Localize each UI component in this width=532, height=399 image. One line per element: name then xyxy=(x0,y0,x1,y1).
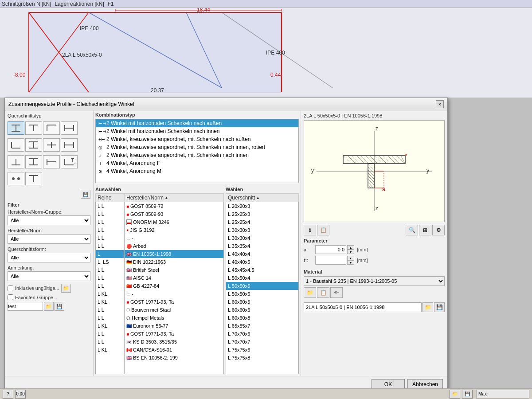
result-save-btn[interactable]: 💾 xyxy=(434,302,445,312)
zoom-btn[interactable]: 🔍 xyxy=(406,225,418,235)
fav-btn-1[interactable]: 📁 xyxy=(44,302,54,311)
reihe-item-2[interactable]: L L xyxy=(96,218,124,226)
param-t-up[interactable]: ▲ xyxy=(347,256,354,260)
hersteller-item-10[interactable]: 🇨🇳 GB 4227-84 xyxy=(125,282,223,290)
reihe-item-13[interactable]: L L xyxy=(96,306,124,314)
reihe-item-16[interactable]: L L xyxy=(96,330,124,338)
hersteller-item-0[interactable]: ■ GOST 8509-72 xyxy=(125,202,223,210)
qs-icon-10[interactable] xyxy=(25,155,42,168)
qs-icon-13[interactable] xyxy=(8,172,24,185)
querschnitt-list[interactable]: L 20x20x3 L 25x25x3 L 25x25x4 L 30x30x3 … xyxy=(226,202,299,374)
qs-item-19[interactable]: L 75x75x8 xyxy=(226,354,298,362)
qs-item-13[interactable]: L 60x60x6 xyxy=(226,306,298,314)
hersteller-item-8[interactable]: 🇬🇧 British Steel xyxy=(125,266,223,274)
qs-item-9[interactable]: L 50x50x4 xyxy=(226,274,298,282)
qs-icon-3[interactable] xyxy=(43,121,60,135)
hersteller-item-17[interactable]: 🇰🇷 KS D 3503, 3515/35 xyxy=(125,338,223,346)
reihe-item-8[interactable]: L L xyxy=(96,266,124,274)
qs-item-16[interactable]: L 70x70x6 xyxy=(226,330,298,338)
material-edit-btn[interactable]: ✏ xyxy=(330,287,343,298)
hersteller-item-15[interactable]: 🇪🇺 Euronorm 56-77 xyxy=(125,322,223,330)
qs-item-18[interactable]: L 75x75x6 xyxy=(226,346,298,354)
combo-item-3[interactable]: ◎ 2 Winkel, kreuzweise angeordnet, mit S… xyxy=(96,143,298,151)
hersteller-item-16[interactable]: ■ GOST 19771-93, Ta xyxy=(125,330,223,338)
reihe-item-5[interactable]: L L xyxy=(96,242,124,250)
material-add-btn[interactable]: 📁 xyxy=(304,287,316,298)
qs-icon-9[interactable] xyxy=(8,155,24,168)
table-btn[interactable]: 📋 xyxy=(317,225,329,235)
qs-icon-12[interactable]: T∑ xyxy=(61,155,78,168)
fit-btn[interactable]: ⊞ xyxy=(419,225,431,235)
hersteller-item-18[interactable]: 🇨🇦 CAN/CSA-S16-01 xyxy=(125,346,223,354)
reihe-item-11[interactable]: L KL xyxy=(96,290,124,298)
reihe-item-12[interactable]: L KL xyxy=(96,298,124,306)
cancel-button[interactable]: Abbrechen xyxy=(407,379,443,390)
qs-icon-8[interactable] xyxy=(61,138,78,152)
status-btn-1[interactable]: ? xyxy=(3,390,13,399)
reihe-list[interactable]: L L L L L L L L L L L L L L. LS L L xyxy=(95,202,124,374)
reihe-item-1[interactable]: L L xyxy=(96,210,124,218)
settings-btn[interactable]: ⚙ xyxy=(432,225,445,235)
info-btn[interactable]: ℹ xyxy=(304,225,316,235)
qs-item-11[interactable]: L 50x50x6 xyxy=(226,290,298,298)
qs-item-15[interactable]: L 65x55x7 xyxy=(226,322,298,330)
param-t-down[interactable]: ▼ xyxy=(347,260,354,265)
material-copy-btn[interactable]: 📋 xyxy=(317,287,329,298)
param-a-up[interactable]: ▲ xyxy=(347,245,354,250)
reihe-item-9[interactable]: L L xyxy=(96,274,124,282)
combo-item-4[interactable]: ○ 2 Winkel, kreuzweise angeordnet, mit S… xyxy=(96,151,298,159)
qs-item-2[interactable]: L 25x25x4 xyxy=(226,218,298,226)
qs-icon-14[interactable] xyxy=(25,172,42,185)
qs-icon-2[interactable] xyxy=(25,121,42,135)
qs-item-17[interactable]: L 70x70x7 xyxy=(226,338,298,346)
reihe-item-14[interactable]: L L xyxy=(96,314,124,322)
param-t-input[interactable] xyxy=(315,256,346,265)
qs-item-8[interactable]: L 45x45x4.5 xyxy=(226,266,298,274)
filter-querschnittsform-select[interactable]: Alle xyxy=(8,253,90,262)
reihe-item-18[interactable]: L KL xyxy=(96,346,124,354)
qs-icon-4[interactable] xyxy=(61,121,78,135)
reihe-item-10[interactable]: L L xyxy=(96,282,124,290)
combo-item-2[interactable]: +⊢ 2 Winkel, kreuzweise angeordnet, mit … xyxy=(96,135,298,143)
combo-item-1[interactable]: ⊢⊣ 2 Winkel mit horizontalen Schenkeln n… xyxy=(96,127,298,135)
checkbox-inklusive[interactable] xyxy=(8,286,13,291)
qs-item-6[interactable]: L 40x40x4 xyxy=(226,250,298,258)
qs-item-4[interactable]: L 30x30x4 xyxy=(226,234,298,242)
qs-item-12[interactable]: L 60x60x5 xyxy=(226,298,298,306)
hersteller-item-12[interactable]: ■ GOST 19771-93, Ta xyxy=(125,298,223,306)
hersteller-item-1[interactable]: ■ GOST 8509-93 xyxy=(125,210,223,218)
qs-item-0[interactable]: L 20x20x3 xyxy=(226,202,298,210)
status-btn-2[interactable]: 0.00 xyxy=(15,390,26,399)
param-a-down[interactable]: ▼ xyxy=(347,250,354,254)
material-select[interactable]: 1 - Baustahl S 235 | EN 1993-1-1:2005-05 xyxy=(304,276,445,286)
qs-item-1[interactable]: L 25x25x3 xyxy=(226,210,298,218)
hersteller-item-14[interactable]: ⬡ Hempel Metals xyxy=(125,314,223,322)
hersteller-item-19[interactable]: 🇬🇧 BS EN 10056-2: 199 xyxy=(125,354,223,362)
reihe-item-3[interactable]: L L xyxy=(96,226,124,234)
hersteller-item-13[interactable]: ⊡ Bouwen met Staal xyxy=(125,306,223,314)
hersteller-list[interactable]: ■ GOST 8509-72 ■ GOST 8509-93 ▬ ÖNORM M … xyxy=(124,202,224,374)
qs-icon-1[interactable] xyxy=(8,121,24,135)
reihe-item-4[interactable]: L L xyxy=(96,234,124,242)
status-btn-3[interactable]: 📁 xyxy=(450,390,460,399)
reihe-item-6[interactable]: L xyxy=(96,250,124,258)
reihe-item-0[interactable]: L L xyxy=(96,202,124,210)
qs-icon-11[interactable] xyxy=(43,155,60,168)
close-button[interactable]: × xyxy=(436,100,444,108)
combo-item-0[interactable]: ⊢⊣ 2 Winkel mit horizontalen Schenkeln n… xyxy=(96,119,298,127)
hersteller-item-11[interactable]: ▭ - xyxy=(125,290,223,298)
result-folder-btn[interactable]: 📁 xyxy=(422,302,433,312)
hersteller-item-4[interactable]: ▭ - xyxy=(125,234,223,242)
filter-hersteller-select[interactable]: Alle xyxy=(8,234,90,244)
hersteller-item-5[interactable]: 🔴 Arbed xyxy=(125,242,223,250)
reihe-item-15[interactable]: L KL xyxy=(96,322,124,330)
qs-icon-7[interactable] xyxy=(43,138,60,152)
inklusive-folder-btn[interactable]: 📁 xyxy=(61,284,71,293)
reihe-item-7[interactable]: L. LS xyxy=(96,258,124,266)
reihe-item-17[interactable]: L L xyxy=(96,338,124,346)
combo-item-5[interactable]: ⊤ 4 Winkel, Anordnung F xyxy=(96,159,298,167)
qs-item-7[interactable]: L 40x40x5 xyxy=(226,258,298,266)
qs-item-14[interactable]: L 60x60x8 xyxy=(226,314,298,322)
favoriten-input[interactable] xyxy=(8,302,43,311)
filter-anmerkung-select[interactable]: Alle xyxy=(8,271,90,281)
